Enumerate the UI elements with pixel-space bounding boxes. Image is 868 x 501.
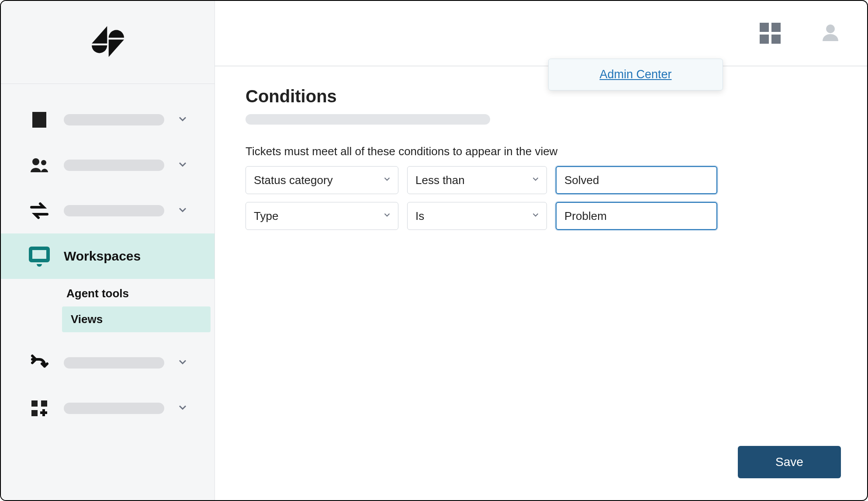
svg-point-1: [41, 160, 46, 165]
sidebar-item-apps[interactable]: [1, 386, 214, 431]
placeholder-label: [64, 357, 164, 369]
description-placeholder: [246, 114, 490, 125]
sidebar-item-label: Workspaces: [64, 249, 201, 264]
conditions-help-text: Tickets must meet all of these condition…: [246, 145, 837, 158]
placeholder-label: [64, 114, 164, 125]
select-value: Status category: [254, 174, 333, 187]
people-icon: [27, 155, 52, 176]
condition-row: Status category Less than Solved: [246, 166, 837, 194]
svg-rect-2: [31, 248, 48, 261]
placeholder-label: [64, 160, 164, 171]
logo-area: [1, 1, 214, 84]
monitor-icon: [27, 246, 52, 267]
select-value: Solved: [564, 174, 599, 187]
content: Conditions Tickets must meet all of thes…: [215, 66, 867, 500]
building-icon: [27, 109, 52, 130]
chevron-down-icon: [176, 158, 189, 172]
sidebar-item-channels[interactable]: [1, 188, 214, 233]
routing-icon: [27, 352, 52, 373]
user-avatar-icon[interactable]: [820, 22, 841, 45]
placeholder-label: [64, 205, 164, 216]
chevron-down-icon: [176, 204, 189, 218]
condition-field-select[interactable]: Type: [246, 202, 398, 230]
page-title: Conditions: [246, 87, 837, 106]
condition-row: Type Is Problem: [246, 202, 837, 230]
chevron-down-icon: [176, 113, 189, 127]
chevron-down-icon: [382, 209, 392, 223]
topbar: [215, 1, 867, 66]
condition-field-select[interactable]: Status category: [246, 166, 398, 194]
app-window: Workspaces Agent tools Views: [0, 0, 868, 501]
chevron-down-icon: [531, 174, 540, 187]
chevron-down-icon: [531, 209, 540, 223]
arrows-swap-icon: [27, 200, 52, 221]
sidebar-item-people[interactable]: [1, 143, 214, 188]
save-button[interactable]: Save: [738, 446, 841, 478]
condition-value-select[interactable]: Solved: [556, 166, 717, 194]
subnav-agent-tools[interactable]: Agent tools: [1, 281, 214, 306]
sidebar: Workspaces Agent tools Views: [1, 1, 215, 500]
svg-rect-4: [41, 400, 47, 407]
subnav-views[interactable]: Views: [62, 306, 211, 332]
select-value: Is: [415, 209, 424, 223]
products-menu-icon[interactable]: [760, 23, 781, 44]
svg-point-6: [826, 24, 835, 33]
select-value: Type: [254, 209, 278, 223]
zendesk-logo-icon: [89, 22, 127, 63]
svg-rect-5: [31, 410, 38, 416]
chevron-down-icon: [176, 356, 189, 370]
chevron-down-icon: [382, 174, 392, 187]
main-area: Admin Center Conditions Tickets must mee…: [215, 1, 867, 500]
sidebar-item-account[interactable]: [1, 97, 214, 143]
svg-point-0: [32, 158, 39, 165]
chevron-down-icon: [176, 401, 189, 415]
select-value: Problem: [564, 209, 607, 223]
condition-operator-select[interactable]: Less than: [407, 166, 547, 194]
condition-value-select[interactable]: Problem: [556, 202, 717, 230]
sidebar-item-workspaces[interactable]: Workspaces: [1, 233, 214, 279]
placeholder-label: [64, 403, 164, 414]
svg-rect-3: [31, 400, 38, 407]
sidebar-item-routing[interactable]: [1, 340, 214, 386]
sidebar-nav: Workspaces Agent tools Views: [1, 84, 214, 431]
condition-operator-select[interactable]: Is: [407, 202, 547, 230]
sidebar-subnav: Agent tools Views: [1, 279, 214, 340]
apps-add-icon: [27, 398, 52, 419]
select-value: Less than: [415, 174, 465, 187]
